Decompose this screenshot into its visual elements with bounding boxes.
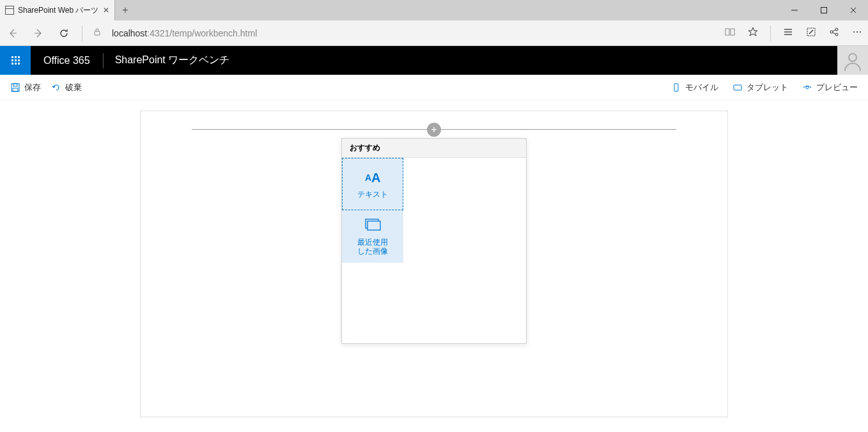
svg-point-18 [860,31,861,33]
close-tab-icon[interactable]: ✕ [103,6,109,15]
suitebar: Office 365 SharePoint ワークベンチ [0,46,868,75]
preview-icon [802,82,812,93]
hub-icon[interactable] [782,26,794,40]
preview-button[interactable]: プレビュー [802,82,858,93]
brand-label: Office 365 [31,55,103,66]
undo-icon [51,82,61,93]
preview-label: プレビュー [816,82,858,93]
tab-title: SharePoint Web パーツ [18,5,99,16]
close-window-button[interactable] [839,0,868,20]
add-webpart-button[interactable]: + [427,123,441,137]
svg-text:A: A [365,173,371,183]
canvas: + おすすめ AA テキスト [140,111,728,417]
svg-point-24 [676,89,677,90]
discard-label: 破棄 [65,82,82,93]
app-launcher-button[interactable] [0,46,31,75]
new-tab-button[interactable]: + [115,0,136,20]
toolbox-item-text[interactable]: AA テキスト [342,158,403,210]
canvas-area: + おすすめ AA テキスト [0,100,868,432]
page-icon [5,6,14,15]
lock-icon [93,27,102,38]
back-button[interactable] [5,26,20,41]
mobile-label: モバイル [685,82,718,93]
toolbox-item-recent-images[interactable]: 最近使用 した画像 [342,210,403,263]
app-title: SharePoint ワークベンチ [104,54,242,67]
separator [770,26,771,41]
svg-text:A: A [371,171,380,185]
svg-rect-30 [368,221,380,230]
share-icon[interactable] [828,26,840,40]
tablet-label: タブレット [747,82,788,93]
toolbox-item-label: テキスト [357,190,388,199]
titlebar: SharePoint Web パーツ ✕ + [0,0,868,20]
toolbox-header: おすすめ [342,139,526,158]
svg-line-14 [833,29,835,31]
url-path: :4321/temp/workbench.html [147,28,257,38]
save-icon [10,82,20,93]
waffle-icon [12,56,20,65]
favorite-icon[interactable] [747,26,759,40]
text-icon: AA [362,169,383,185]
discard-button[interactable]: 破棄 [51,82,82,93]
url-field[interactable]: localhost:4321/temp/workbench.html [112,28,714,38]
browser-tab[interactable]: SharePoint Web パーツ ✕ [0,0,115,20]
mobile-button[interactable]: モバイル [671,82,718,93]
more-icon[interactable] [851,26,863,40]
svg-rect-1 [821,8,827,13]
svg-rect-6 [731,29,734,35]
reading-view-icon[interactable] [724,26,736,40]
forward-button[interactable] [31,26,46,41]
svg-point-17 [856,31,858,33]
minimize-button[interactable] [780,0,809,20]
avatar[interactable] [837,46,868,75]
svg-point-12 [835,28,838,31]
image-stack-icon [362,217,383,233]
tablet-button[interactable]: タブレット [732,82,788,93]
svg-rect-4 [95,31,100,35]
svg-rect-25 [734,85,741,90]
svg-rect-21 [13,84,17,86]
svg-point-11 [830,31,833,33]
url-host: localhost [112,28,147,38]
addressbar: localhost:4321/temp/workbench.html [0,20,868,46]
save-button[interactable]: 保存 [10,82,41,93]
maximize-button[interactable] [809,0,839,20]
svg-point-13 [835,33,838,36]
webpart-toolbox: おすすめ AA テキスト [341,138,527,344]
mobile-icon [671,82,681,93]
svg-rect-5 [725,29,729,35]
svg-line-15 [833,33,835,34]
toolbox-item-label: 最近使用 した画像 [357,238,388,256]
svg-point-19 [849,54,856,61]
refresh-button[interactable] [56,26,72,41]
separator [82,26,82,41]
command-bar: 保存 破棄 モバイル タブレット プレビュー [0,75,868,100]
svg-point-26 [806,86,809,89]
tablet-icon [732,82,743,93]
svg-point-16 [853,31,855,33]
save-label: 保存 [24,82,41,93]
notes-icon[interactable] [805,26,817,40]
svg-rect-22 [13,88,18,91]
